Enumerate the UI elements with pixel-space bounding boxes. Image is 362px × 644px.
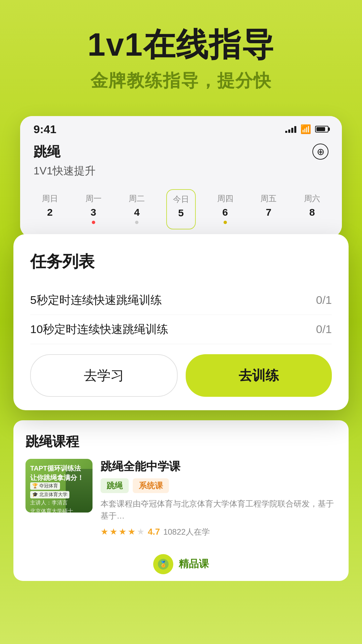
- day-dot: [92, 221, 95, 224]
- wifi-icon: 📶: [300, 124, 311, 135]
- day-label: 周五: [260, 193, 277, 204]
- day-dot: [267, 221, 270, 224]
- day-item[interactable]: 今日5: [166, 189, 196, 229]
- day-item[interactable]: 周六8: [298, 189, 326, 229]
- task-item-1: 5秒定时连续快速跳绳训练 0/1: [30, 286, 332, 315]
- add-button[interactable]: ⊕: [312, 144, 328, 160]
- hero-section: 1v1在线指导 金牌教练指导，提分快: [0, 0, 362, 106]
- day-number: 4: [134, 207, 140, 218]
- day-item[interactable]: 周一3: [79, 189, 108, 229]
- phone-card: 9:41 📶 跳绳 ⊕ 1V1快速提升 周日2周一3周二4今日5周四6周五7周六…: [20, 116, 342, 237]
- thumbnail-text: TAPT循环训练法让你跳绳拿满分！: [30, 464, 88, 482]
- course-tags: 跳绳 系统课: [101, 478, 337, 493]
- tag-jump-rope: 跳绳: [101, 478, 129, 493]
- star-3: ★: [119, 527, 126, 537]
- task-progress-1: 0/1: [316, 293, 332, 307]
- day-item[interactable]: 周二4: [123, 189, 151, 229]
- day-label: 周六: [304, 193, 320, 204]
- thumbnail-logos-2: 🎓 北京体育大学: [30, 491, 88, 498]
- day-label: 周日: [42, 193, 58, 204]
- star-2: ★: [110, 527, 117, 537]
- day-dot: [224, 221, 227, 224]
- logo-badge-1: 🏆 夺冠体育: [30, 482, 60, 490]
- course-title: 跳绳全能中学课: [101, 459, 337, 474]
- battery-icon: [315, 126, 328, 132]
- phone-app-title: 跳绳: [34, 143, 60, 161]
- hero-title: 1v1在线指导: [20, 27, 342, 62]
- course-description: 本套课程由夺冠体育与北京体育大学体育工程学院联合研发，基于基于…: [101, 498, 337, 522]
- study-button[interactable]: 去学习: [30, 354, 178, 397]
- star-1: ★: [101, 527, 108, 537]
- day-label: 周一: [85, 193, 102, 204]
- course-card[interactable]: TAPT循环训练法让你跳绳拿满分！ 🏆 夺冠体育 🎓 北京体育大学 主讲人：李清…: [25, 459, 337, 547]
- signal-icon: [285, 125, 296, 133]
- day-number: 8: [309, 207, 315, 218]
- star-rating: ★ ★ ★ ★ ★: [101, 527, 144, 537]
- rating-score: 4.7: [148, 527, 160, 537]
- day-number: 3: [90, 207, 96, 218]
- modal-buttons: 去学习 去训练: [30, 354, 332, 397]
- day-label: 周四: [217, 193, 233, 204]
- status-icons: 📶: [285, 124, 328, 135]
- day-number: 5: [178, 207, 184, 219]
- badge-circle: 🏅: [153, 554, 173, 574]
- status-bar: 9:41 📶: [20, 116, 342, 139]
- star-5: ★: [137, 527, 144, 537]
- course-info: 跳绳全能中学课 跳绳 系统课 本套课程由夺冠体育与北京体育大学体育工程学院联合研…: [101, 459, 337, 537]
- course-thumbnail: TAPT循环训练法让你跳绳拿满分！ 🏆 夺冠体育 🎓 北京体育大学 主讲人：李清…: [25, 459, 93, 513]
- rating-count: 10822人在学: [163, 527, 210, 537]
- day-item[interactable]: 周五7: [254, 189, 283, 229]
- task-text-2: 10秒定时连续快速跳绳训练: [30, 322, 168, 337]
- star-4: ★: [128, 527, 135, 537]
- course-section: 跳绳课程 TAPT循环训练法让你跳绳拿满分！ 🏆 夺冠体育 🎓 北京体育大学 主…: [13, 420, 349, 581]
- day-number: 6: [222, 207, 228, 218]
- day-dot: [48, 221, 52, 224]
- task-item-2: 10秒定时连续快速跳绳训练 0/1: [30, 315, 332, 344]
- instructor-name: 主讲人：李清言: [30, 498, 88, 507]
- course-rating: ★ ★ ★ ★ ★ 4.7 10822人在学: [101, 527, 337, 537]
- logo-badge-2: 🎓 北京体育大学: [30, 491, 69, 498]
- thumbnail-logos: 🏆 夺冠体育: [30, 482, 88, 490]
- task-progress-2: 0/1: [316, 323, 332, 336]
- week-calendar: 周日2周一3周二4今日5周四6周五7周六8: [20, 184, 342, 237]
- medal-icon: 🏅: [157, 558, 169, 570]
- phone-app-subtitle: 1V1快速提升: [20, 164, 342, 184]
- train-button[interactable]: 去训练: [186, 354, 332, 397]
- course-section-heading: 跳绳课程: [25, 432, 337, 451]
- day-number: 2: [47, 207, 53, 218]
- day-number: 7: [266, 207, 272, 218]
- task-modal: 任务列表 5秒定时连续快速跳绳训练 0/1 10秒定时连续快速跳绳训练 0/1 …: [13, 234, 349, 410]
- day-item[interactable]: 周四6: [211, 189, 239, 229]
- bottom-badge: 🏅 精品课: [25, 547, 337, 581]
- day-item[interactable]: 周日2: [36, 189, 64, 229]
- hero-subtitle: 金牌教练指导，提分快: [20, 69, 342, 93]
- day-dot: [135, 221, 138, 224]
- status-time: 9:41: [34, 123, 56, 136]
- instructor-title: 北京体育大学硕士: [30, 507, 88, 512]
- tag-system-course: 系统课: [133, 478, 169, 493]
- day-label: 周二: [129, 193, 145, 204]
- task-text-1: 5秒定时连续快速跳绳训练: [30, 292, 162, 308]
- phone-header: 跳绳 ⊕: [20, 139, 342, 164]
- modal-heading: 任务列表: [30, 251, 332, 272]
- day-dot: [310, 221, 314, 224]
- day-label: 今日: [173, 194, 189, 205]
- badge-label: 精品课: [179, 557, 209, 571]
- svg-text:🏅: 🏅: [160, 560, 167, 568]
- day-dot: [179, 221, 183, 225]
